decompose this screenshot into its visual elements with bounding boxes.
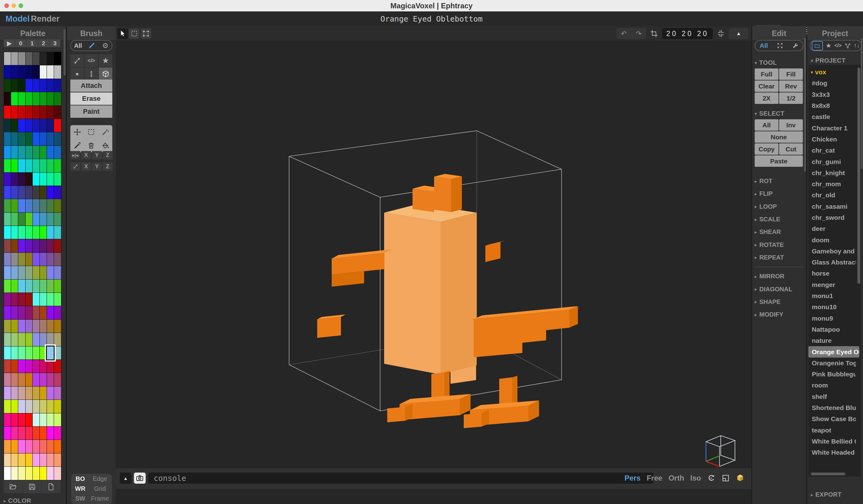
project-item[interactable]: Gameboy and Coin — [809, 246, 856, 257]
palette-swatch[interactable] — [11, 199, 18, 212]
edit-section-shape[interactable]: ▸SHAPE — [755, 296, 803, 308]
project-item[interactable]: chr_sasami — [809, 201, 856, 212]
resize-model-icon[interactable] — [650, 29, 659, 38]
palette-swatch[interactable] — [18, 146, 25, 159]
view-mode-iso[interactable]: Iso — [690, 474, 701, 482]
palette-swatch[interactable] — [11, 92, 18, 105]
viewport[interactable]: ↶ ↷ 20 20 20 ▲ — [116, 26, 751, 504]
palette-swatch[interactable] — [4, 239, 11, 252]
erase-button[interactable]: Erase — [70, 92, 112, 105]
palette-swatch[interactable] — [26, 159, 33, 172]
project-section-header[interactable]: ▾ PROJECT — [811, 57, 846, 64]
save-palette-icon[interactable] — [23, 480, 42, 493]
project-item[interactable]: monu9 — [809, 313, 856, 324]
2x-button[interactable]: 2X — [755, 92, 778, 104]
palette-swatch[interactable] — [18, 320, 25, 333]
palette-swatch[interactable] — [47, 306, 54, 319]
palette-swatch[interactable] — [47, 186, 54, 199]
palette-swatch[interactable] — [33, 79, 39, 92]
palette-swatch[interactable] — [33, 306, 39, 319]
project-item[interactable]: Chicken — [809, 134, 856, 145]
fill-button[interactable]: Fill — [779, 68, 803, 80]
project-item[interactable]: 3x3x3 — [809, 89, 856, 100]
palette-swatch[interactable] — [33, 65, 39, 78]
view-mode-pers[interactable]: Pers — [625, 474, 640, 482]
pattern-brush-icon[interactable]: </> — [85, 54, 98, 67]
edit-scrollbar[interactable] — [804, 38, 806, 172]
palette-swatch[interactable] — [47, 106, 54, 119]
project-item[interactable]: Orange Eyed Oblebo — [809, 346, 859, 357]
palette-swatch[interactable] — [11, 65, 18, 78]
palette-swatch[interactable] — [11, 119, 18, 132]
palette-swatch[interactable] — [40, 253, 47, 266]
code-icon[interactable]: </> — [834, 43, 841, 48]
palette-swatch[interactable] — [54, 333, 61, 346]
palette-swatch[interactable] — [11, 226, 18, 239]
palette-swatch[interactable] — [47, 159, 54, 172]
palette-swatch[interactable] — [47, 92, 54, 105]
palette-swatch[interactable] — [33, 320, 39, 333]
palette-swatch[interactable] — [26, 92, 33, 105]
palette-swatch[interactable] — [11, 132, 18, 145]
project-item[interactable]: Show Case Box — [809, 413, 856, 425]
palette-swatch[interactable] — [4, 293, 11, 306]
palette-swatch[interactable] — [18, 106, 25, 119]
palette-swatch[interactable] — [11, 266, 18, 279]
expand-icon[interactable] — [777, 42, 784, 49]
palette-swatch[interactable] — [26, 320, 33, 333]
select-none-button[interactable]: None — [755, 131, 803, 143]
palette-swatch[interactable] — [18, 132, 25, 145]
project-item[interactable]: White Headed Oran — [809, 447, 856, 458]
mirror-z-toggle[interactable]: Z — [103, 151, 113, 159]
palette-swatch[interactable] — [47, 440, 54, 453]
palette-swatch[interactable] — [18, 186, 25, 199]
palette-swatch[interactable] — [40, 79, 47, 92]
palette-swatch[interactable] — [4, 132, 11, 145]
palette-swatch[interactable] — [40, 266, 47, 279]
voxel-canvas[interactable] — [116, 41, 751, 468]
palette-swatch[interactable] — [26, 387, 33, 400]
open-palette-icon[interactable] — [4, 480, 23, 493]
palette-tab-1[interactable]: 1 — [26, 39, 38, 47]
palette-swatch[interactable] — [54, 226, 61, 239]
delete-tool-icon[interactable] — [84, 139, 98, 152]
mirror-icon[interactable]: ▸|◂ — [70, 151, 80, 159]
palette-swatch[interactable] — [4, 79, 11, 92]
palette-swatch[interactable] — [47, 119, 54, 132]
copy-button[interactable]: Copy — [755, 143, 778, 155]
palette-swatch[interactable] — [47, 79, 54, 92]
palette-swatch[interactable] — [18, 467, 25, 480]
clear-button[interactable]: Clear — [755, 80, 778, 92]
palette-swatch[interactable] — [33, 239, 39, 252]
project-item[interactable]: chr_gumi — [809, 156, 856, 167]
palette-swatch[interactable] — [54, 427, 61, 440]
palette-swatch[interactable] — [54, 159, 61, 172]
project-item[interactable]: Shortened Blue Muc — [809, 402, 856, 413]
palette-swatch[interactable] — [26, 106, 33, 119]
palette-swatch[interactable] — [11, 306, 18, 319]
project-item[interactable]: 8x8x8 — [809, 100, 856, 111]
palette-swatch[interactable] — [11, 173, 18, 185]
toggle-frame[interactable]: Frame — [89, 495, 111, 502]
magic-wand-icon[interactable] — [98, 125, 112, 139]
region-handles-icon[interactable] — [141, 28, 151, 39]
palette-swatch[interactable] — [47, 65, 54, 78]
palette-swatch[interactable] — [4, 52, 11, 65]
palette-swatch[interactable] — [40, 347, 47, 359]
palette-swatch[interactable] — [11, 467, 18, 480]
palette-swatch[interactable] — [40, 159, 47, 172]
palette-swatch[interactable] — [4, 92, 11, 105]
project-item[interactable]: Pink Bubblegum Blo — [809, 369, 856, 380]
palette-swatch[interactable] — [4, 427, 11, 440]
console-collapse-button[interactable]: ▲ — [120, 473, 132, 484]
palette-swatch[interactable] — [33, 360, 39, 373]
palette-swatch[interactable] — [4, 199, 11, 212]
voxel-brush-icon[interactable]: ■ — [70, 67, 84, 80]
palette-swatch[interactable] — [18, 427, 25, 440]
palette-swatch[interactable] — [47, 146, 54, 159]
palette-splitter-handle[interactable] — [64, 29, 66, 76]
fill-tool-icon[interactable] — [98, 139, 112, 152]
palette-swatch[interactable] — [11, 280, 18, 293]
project-item[interactable]: room — [809, 380, 856, 391]
nodes-icon[interactable] — [845, 42, 851, 49]
